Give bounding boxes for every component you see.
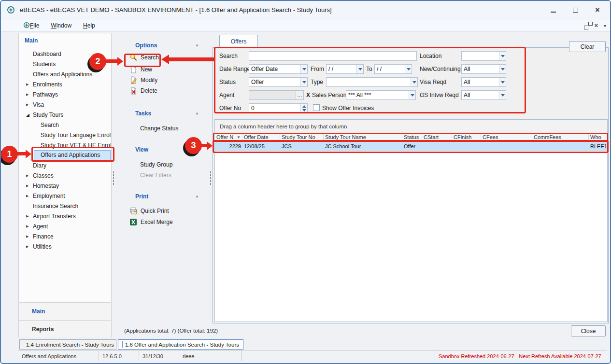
grid-row-selected[interactable]: 2229 12/08/25 JCS JC School Tour Offer R… (215, 141, 607, 151)
offer-no-stepper[interactable]: 0 (249, 103, 308, 113)
section-collapse-icon[interactable]: ▲ (195, 111, 199, 115)
column-header-study-tour-name[interactable]: Study Tour Name (324, 133, 402, 141)
minimize-icon[interactable] (549, 6, 557, 14)
tree-collapse-icon[interactable]: ▶ (26, 224, 33, 228)
tree-collapse-icon[interactable]: ▶ (26, 83, 33, 86)
chevron-down-icon[interactable] (499, 52, 506, 60)
agent-field[interactable]: … (249, 90, 304, 100)
search-button[interactable]: Search (129, 54, 159, 61)
splitter-handle[interactable] (209, 33, 213, 323)
close-icon[interactable]: × (594, 6, 601, 14)
sidebar-item-pathways[interactable]: ▶Pathways (19, 89, 111, 99)
tree-expand-icon[interactable]: ◢ (26, 112, 33, 117)
type-select[interactable] (326, 77, 418, 87)
sidebar-item-enrolments[interactable]: ▶Enrolments (19, 79, 111, 89)
sidebar-item-homestay[interactable]: ▶Homestay (19, 181, 111, 191)
sidebar-item-visa[interactable]: ▶Visa (19, 99, 111, 110)
location-select[interactable] (461, 51, 506, 61)
sidebar-item-study-tour-vet-he-enrolments[interactable]: Study Tour VET & HE Enrolme (19, 140, 111, 150)
column-header-offer-date[interactable]: Offer Date (242, 133, 280, 141)
menu-window[interactable]: Window (46, 20, 76, 31)
sidebar-item-study-tour-language-enrolments[interactable]: Study Tour Language Enrolme (19, 130, 111, 140)
sidebar-item-finance[interactable]: ▶Finance (19, 231, 111, 241)
menu-overflow-icon[interactable]: ▾ (604, 23, 606, 28)
excel-merge-button[interactable]: Excel Merge (129, 218, 173, 226)
sidebar-item-classes[interactable]: ▶Classes (19, 170, 111, 181)
clear-button[interactable]: Clear (569, 41, 606, 52)
date-range-select[interactable]: Offer Date (249, 64, 308, 74)
section-collapse-icon[interactable]: ▲ (195, 194, 199, 198)
tree-collapse-icon[interactable]: ▶ (26, 174, 33, 178)
delete-button[interactable]: Delete (129, 87, 157, 95)
column-header-cfinish[interactable]: CFinish (452, 133, 481, 141)
tab-offer-application-search[interactable]: 1.6 Offer and Application Search - Study… (118, 339, 243, 350)
change-status-button[interactable]: Change Status (140, 125, 178, 132)
sidebar-item-study-tours[interactable]: ◢Study Tours (19, 110, 111, 120)
agent-lookup-icon[interactable]: … (296, 91, 303, 99)
menu-help[interactable]: Help (78, 20, 100, 31)
close-tab-button[interactable]: Close (571, 325, 606, 336)
from-date-picker[interactable]: / / (326, 64, 364, 74)
grid-group-panel[interactable]: Drag a column header here to group by th… (215, 120, 607, 133)
maximize-icon[interactable] (571, 6, 579, 14)
clear-filters-button[interactable]: Clear Filters (140, 172, 171, 179)
tree-collapse-icon[interactable]: ▶ (26, 235, 33, 238)
chevron-down-icon[interactable] (411, 78, 417, 86)
agent-clear-button[interactable]: X (306, 90, 310, 100)
chevron-down-icon[interactable] (300, 78, 307, 86)
column-header-cfees[interactable]: CFees (481, 133, 532, 141)
tab-offers[interactable]: Offers (219, 35, 258, 48)
tab-enrolment-search[interactable]: 1.4 Enrolment Search - Study Tours (19, 339, 116, 350)
sidebar-item-insurance-search[interactable]: Insurance Search (19, 201, 111, 211)
sidebar-section-main[interactable]: Main (19, 302, 111, 320)
tree-collapse-icon[interactable]: ▶ (26, 103, 33, 107)
tree-collapse-icon[interactable]: ▶ (26, 214, 33, 218)
quick-print-button[interactable]: Quick Print (129, 207, 169, 215)
stepper-arrows-icon[interactable] (300, 104, 307, 112)
sidebar-item-study-tours-offers-applications[interactable]: Offers and Applications (34, 150, 111, 160)
new-continuing-select[interactable]: All (461, 64, 506, 74)
mdi-close-icon[interactable]: × (594, 23, 598, 28)
visa-reqd-select[interactable]: All (461, 77, 506, 87)
chevron-down-icon[interactable] (356, 65, 363, 73)
gs-intvw-select[interactable]: All (461, 90, 506, 100)
sidebar-item-utilities[interactable]: ▶Utilities (19, 241, 111, 252)
chevron-down-icon[interactable] (405, 65, 412, 73)
tree-collapse-icon[interactable]: ▶ (26, 245, 33, 249)
new-button[interactable]: New (129, 66, 152, 73)
application-window: eBECAS - eBECAS VET DEMO - SANDBOX ENVIR… (0, 0, 611, 364)
column-header-cstart[interactable]: CStart (422, 133, 452, 141)
sidebar-item-diary[interactable]: Diary (19, 160, 111, 170)
sort-desc-icon[interactable]: ▼ (237, 135, 241, 140)
sales-person-select[interactable]: *** All *** (346, 90, 416, 100)
sidebar-section-reports[interactable]: Reports (19, 320, 111, 337)
sidebar-item-study-tours-search[interactable]: Search (19, 120, 111, 130)
column-header-status[interactable]: Status (402, 133, 422, 141)
column-header-offer-no[interactable]: Offer N▼ (215, 133, 242, 141)
chevron-down-icon[interactable] (499, 65, 506, 73)
chevron-down-icon[interactable] (409, 91, 415, 99)
sidebar-item-employment[interactable]: ▶Employment (19, 191, 111, 201)
section-collapse-icon[interactable]: ▲ (195, 43, 199, 47)
column-header-who[interactable]: Who (589, 133, 607, 141)
study-group-button[interactable]: Study Group (140, 161, 172, 168)
show-offer-invoices-checkbox[interactable] (313, 104, 320, 111)
sidebar-item-students[interactable]: Students (19, 59, 111, 69)
modify-button[interactable]: Modify (129, 76, 157, 84)
tree-collapse-icon[interactable]: ▶ (26, 184, 33, 188)
column-header-commfees[interactable]: CommFees (532, 133, 589, 141)
chevron-down-icon[interactable] (499, 91, 506, 99)
search-input[interactable] (249, 51, 417, 61)
splitter-handle[interactable] (112, 33, 115, 323)
tree-collapse-icon[interactable]: ▶ (26, 194, 33, 198)
status-select[interactable]: Offer (249, 77, 308, 87)
column-header-study-tour-no[interactable]: Study Tour No (280, 133, 324, 141)
tree-collapse-icon[interactable]: ▶ (26, 93, 33, 97)
sidebar-item-airport-transfers[interactable]: ▶Airport Transfers (19, 211, 111, 221)
to-date-picker[interactable]: / / (374, 64, 412, 74)
sidebar-item-agent[interactable]: ▶Agent (19, 221, 111, 231)
sidebar-item-dashboard[interactable]: Dashboard (19, 49, 111, 59)
sidebar-item-offers-applications[interactable]: Offers and Applications (19, 69, 111, 79)
chevron-down-icon[interactable] (300, 65, 307, 73)
chevron-down-icon[interactable] (499, 78, 506, 86)
